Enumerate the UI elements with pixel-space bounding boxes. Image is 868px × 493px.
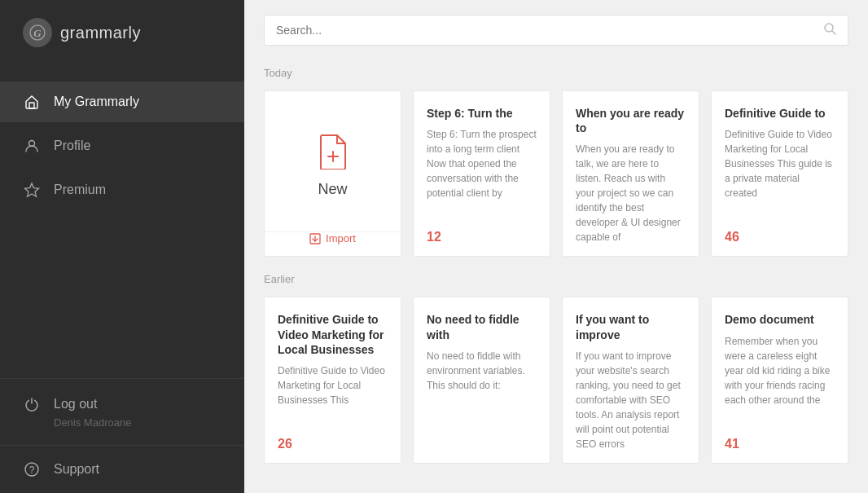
- doc-excerpt: No need to fiddle with environment varia…: [427, 349, 537, 451]
- svg-text:?: ?: [29, 464, 35, 476]
- logout-label: Log out: [54, 397, 97, 412]
- app-name: grammarly: [60, 24, 141, 42]
- search-input[interactable]: [276, 24, 817, 37]
- doc-title: When you are ready to: [576, 106, 686, 135]
- search-bar-container: [244, 0, 868, 60]
- doc-title: Step 6: Turn the: [427, 106, 537, 121]
- user-icon: [23, 137, 41, 155]
- doc-excerpt: When you are ready to talk, we are here …: [576, 142, 686, 244]
- new-doc-icon: [318, 134, 349, 174]
- import-label: Import: [326, 232, 356, 244]
- doc-title: Definitive Guide to Video Marketing for …: [278, 312, 388, 357]
- doc-card-when-ready[interactable]: When you are ready to When you are ready…: [562, 90, 699, 257]
- doc-excerpt: Step 6: Turn the prospect into a long te…: [427, 127, 537, 222]
- sidebar-item-logout[interactable]: Log out: [23, 395, 221, 413]
- search-bar: [264, 15, 848, 46]
- today-section-label: Today: [264, 67, 848, 79]
- doc-title: No need to fiddle with: [427, 312, 537, 341]
- doc-excerpt: Remember when you were a careless eight …: [725, 334, 835, 429]
- doc-score: 12: [427, 230, 537, 244]
- sidebar-footer: Log out Denis Madroane: [0, 378, 244, 445]
- new-document-card[interactable]: New Import: [264, 90, 401, 257]
- earlier-section-label: Earlier: [264, 273, 848, 285]
- doc-excerpt: Definitive Guide to Video Marketing for …: [725, 127, 835, 222]
- premium-label: Premium: [54, 183, 106, 197]
- sidebar-item-premium[interactable]: Premium: [0, 169, 244, 210]
- sidebar: G grammarly My Grammarly Profil: [0, 0, 244, 493]
- sidebar-item-my-grammarly[interactable]: My Grammarly: [0, 81, 244, 122]
- grammarly-logo-icon: G: [23, 18, 52, 47]
- new-label: New: [318, 181, 347, 198]
- my-grammarly-label: My Grammarly: [54, 95, 139, 109]
- svg-marker-4: [25, 183, 39, 196]
- doc-card-definitive[interactable]: Definitive Guide to Definitive Guide to …: [711, 90, 848, 257]
- doc-score: 46: [725, 230, 835, 244]
- earlier-doc-grid: Definitive Guide to Video Marketing for …: [264, 297, 848, 463]
- today-doc-grid: New Import Step 6: Turn the Step 6: Turn…: [264, 90, 848, 257]
- doc-card-no-fiddle[interactable]: No need to fiddle with No need to fiddle…: [413, 297, 550, 463]
- doc-card-definitive-full[interactable]: Definitive Guide to Video Marketing for …: [264, 297, 401, 463]
- support-label: Support: [54, 462, 99, 477]
- sidebar-item-support[interactable]: ? Support: [0, 445, 244, 493]
- doc-card-step6[interactable]: Step 6: Turn the Step 6: Turn the prospe…: [413, 90, 550, 257]
- power-icon: [23, 395, 41, 413]
- star-icon: [23, 181, 41, 199]
- doc-score: 26: [278, 437, 388, 451]
- home-icon: [23, 93, 41, 111]
- username-label: Denis Madroane: [54, 416, 221, 429]
- doc-title: Demo document: [725, 312, 835, 327]
- import-button[interactable]: Import: [265, 231, 401, 244]
- content-area: Today New: [244, 60, 868, 493]
- sidebar-item-profile[interactable]: Profile: [0, 125, 244, 166]
- help-icon: ?: [23, 460, 41, 478]
- sidebar-navigation: My Grammarly Profile Premium: [0, 65, 244, 378]
- doc-title: If you want to improve: [576, 312, 686, 341]
- search-icon: [823, 22, 836, 38]
- main-content: Today New: [244, 0, 868, 493]
- svg-line-8: [832, 31, 835, 34]
- doc-excerpt: Definitive Guide to Video Marketing for …: [278, 363, 388, 429]
- doc-card-improve[interactable]: If you want to improve If you want to im…: [562, 297, 699, 463]
- profile-label: Profile: [54, 139, 90, 153]
- sidebar-logo: G grammarly: [0, 0, 244, 65]
- doc-card-demo[interactable]: Demo document Remember when you were a c…: [711, 297, 848, 463]
- doc-score: 41: [725, 437, 835, 451]
- doc-title: Definitive Guide to: [725, 106, 835, 121]
- svg-rect-2: [29, 103, 34, 108]
- svg-text:G: G: [33, 27, 42, 39]
- doc-excerpt: If you want to improve your website's se…: [576, 349, 686, 451]
